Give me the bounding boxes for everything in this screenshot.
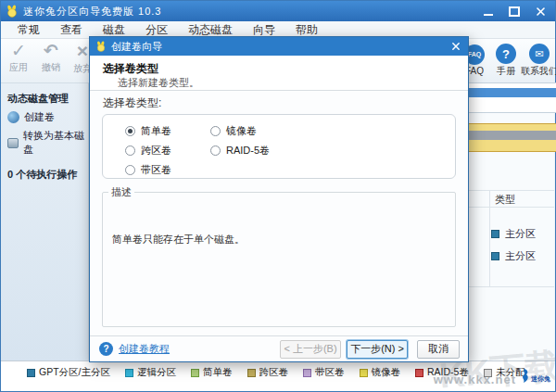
apply-button[interactable]: 应用 [4, 42, 33, 74]
radio-icon [125, 145, 135, 156]
legend-spanned: 跨区卷 [247, 366, 289, 379]
radio-raid5-volume[interactable]: RAID-5卷 [210, 141, 455, 160]
legend-swatch [415, 369, 423, 377]
table-row[interactable]: 主分区 [491, 249, 536, 263]
sidebar-section-title: 动态磁盘管理 [1, 83, 88, 106]
window-title: 迷你兔分区向导免费版 10.3 [23, 5, 161, 19]
dialog-title-bar: 创建卷向导 [90, 37, 468, 56]
radio-mirrored-volume[interactable]: 镜像卷 [210, 121, 455, 141]
menu-wizard[interactable]: 向导 [244, 22, 284, 38]
legend-swatch [191, 369, 199, 377]
legend-gpt-primary: GPT分区/主分区 [27, 366, 110, 379]
menu-view[interactable]: 查看 [51, 22, 92, 38]
question-icon: ? [496, 44, 516, 64]
contact-button[interactable]: ✉ 联系我们 [521, 44, 556, 78]
undo-icon [36, 42, 66, 60]
legend-swatch [247, 369, 256, 377]
dialog-title: 创建卷向导 [111, 40, 162, 54]
dialog-header: 选择卷类型 选择新建卷类型。 [90, 56, 468, 91]
legend-simple: 简单卷 [191, 366, 233, 379]
cancel-button[interactable]: 取消 [417, 340, 460, 359]
radio-icon [125, 165, 135, 175]
sidebar-item-convert-basic[interactable]: 转换为基本磁盘 [1, 124, 88, 157]
radio-spanned-volume[interactable]: 跨区卷 [125, 141, 210, 160]
primary-partition-icon [491, 230, 499, 238]
menu-disk[interactable]: 磁盘 [94, 22, 134, 38]
create-volume-wizard-dialog: 创建卷向导 选择卷类型 选择新建卷类型。 选择卷类型: 简单卷 镜像卷 [89, 36, 469, 362]
help-icon: ? [99, 342, 113, 356]
volume-type-options: 简单卷 镜像卷 跨区卷 RAID-5卷 带区卷 [102, 114, 456, 179]
radio-icon [210, 126, 221, 136]
app-window: 迷你兔分区向导免费版 10.3 常规 查看 磁盘 分区 动态磁盘 向导 帮助 应… [0, 0, 556, 392]
legend-unallocated: 未分配 [484, 366, 525, 379]
check-icon [4, 42, 33, 60]
sidebar: 动态磁盘管理 创建卷 转换为基本磁盘 0 个待执行操作 [1, 82, 89, 360]
description-text: 简单卷只能存在于单个磁盘。 [112, 233, 245, 247]
sidebar-item-create-volume[interactable]: 创建卷 [1, 106, 88, 124]
dialog-subheading: 选择新建卷类型。 [118, 76, 199, 90]
close-button[interactable] [536, 6, 546, 17]
undo-button[interactable]: 撤销 [36, 42, 66, 74]
legend-swatch [484, 369, 492, 377]
select-volume-type-label: 选择卷类型: [103, 95, 161, 111]
next-button[interactable]: 下一步(N) > [347, 340, 408, 359]
table-row[interactable]: 主分区 [491, 227, 536, 241]
partition-legend: GPT分区/主分区 逻辑分区 简单卷 跨区卷 带区卷 镜像卷 RAID-5卷 未… [1, 361, 555, 379]
maximize-button[interactable] [509, 6, 520, 17]
dialog-footer: ? 创建卷教程 < 上一步(B) 下一步(N) > 取消 [90, 335, 468, 361]
legend-swatch [27, 369, 35, 377]
volume-icon [7, 111, 19, 123]
column-header-type: 类型 [495, 193, 515, 207]
mail-icon: ✉ [529, 44, 550, 64]
back-button[interactable]: < 上一步(B) [280, 340, 341, 359]
manual-button[interactable]: ? 手册 [487, 44, 524, 78]
primary-partition-icon [491, 252, 499, 260]
legend-striped: 带区卷 [303, 366, 345, 379]
radio-striped-volume[interactable]: 带区卷 [125, 160, 210, 180]
legend-logical: 逻辑分区 [125, 366, 176, 379]
pending-operations: 0 个待执行操作 [1, 157, 88, 182]
minimize-button[interactable] [484, 6, 493, 16]
dialog-logo-icon [95, 41, 107, 52]
description-title: 描述 [108, 185, 134, 199]
dialog-body: 选择卷类型: 简单卷 镜像卷 跨区卷 RAID-5卷 [90, 91, 468, 335]
menu-partition[interactable]: 分区 [136, 22, 177, 38]
menu-help[interactable]: 帮助 [286, 22, 327, 38]
radio-simple-volume[interactable]: 简单卷 [125, 121, 210, 141]
dialog-close-button[interactable] [449, 40, 462, 53]
menu-general[interactable]: 常规 [8, 22, 49, 38]
tutorial-link[interactable]: 创建卷教程 [119, 342, 170, 356]
legend-swatch [303, 369, 311, 377]
menu-dynamic-disk[interactable]: 动态磁盘 [179, 22, 242, 38]
title-bar: 迷你兔分区向导免费版 10.3 [1, 1, 555, 21]
radio-icon [210, 145, 221, 156]
status-bar: GPT分区/主分区 逻辑分区 简单卷 跨区卷 带区卷 镜像卷 RAID-5卷 未… [1, 360, 555, 391]
dialog-heading: 选择卷类型 [103, 61, 158, 77]
legend-swatch [125, 369, 133, 377]
legend-mirrored: 镜像卷 [360, 366, 401, 379]
app-logo-icon [6, 5, 19, 18]
legend-raid5: RAID-5卷 [415, 366, 469, 379]
disk-icon [7, 138, 19, 148]
legend-swatch [360, 369, 368, 377]
radio-icon [125, 126, 135, 136]
description-groupbox: 描述 简单卷只能存在于单个磁盘。 [102, 185, 456, 327]
